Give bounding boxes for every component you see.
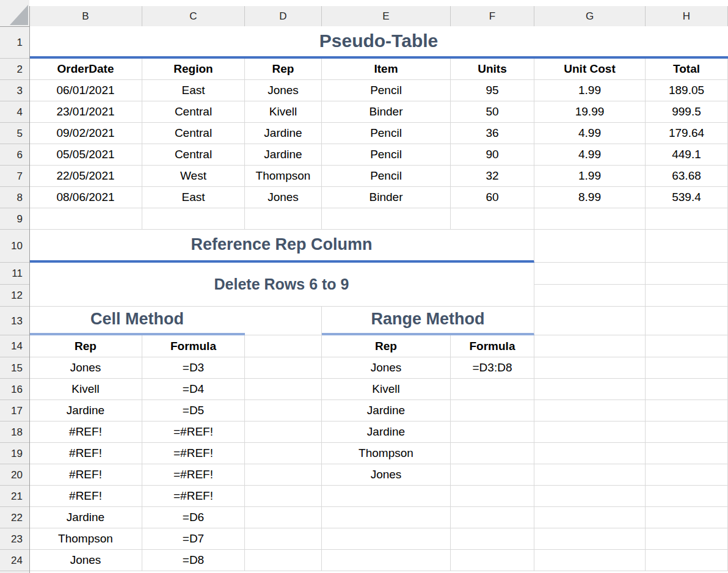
cell-F22[interactable] [451,507,534,528]
cell-G9[interactable] [534,208,646,230]
cell-E9[interactable] [322,208,451,230]
cell-E2[interactable]: Item [322,59,451,80]
merged-cell-cell-method-title[interactable]: Cell Method [29,307,245,335]
cell-H22[interactable] [646,507,728,528]
row-header-24[interactable]: 24 [0,550,29,571]
row-header-8[interactable]: 8 [0,187,29,208]
cell-F20[interactable] [451,464,534,486]
cell-G21[interactable] [534,486,646,507]
cell-B16[interactable]: Kivell [29,379,142,400]
cell-H3[interactable]: 189.05 [646,80,728,101]
cell-E23[interactable] [322,528,451,550]
cell-E14[interactable]: Rep [322,335,451,357]
cell-E24[interactable] [322,550,451,571]
cell-E7[interactable]: Pencil [322,166,451,187]
cell-B5[interactable]: 09/02/2021 [29,123,142,144]
cell-H2[interactable]: Total [646,59,728,80]
cell-B18[interactable]: #REF! [29,422,142,443]
cell-B6[interactable]: 05/05/2021 [29,144,142,166]
cell-H21[interactable] [646,486,728,507]
cell-F14[interactable]: Formula [451,335,534,357]
cell-F18[interactable] [451,422,534,443]
cell-H19[interactable] [646,443,728,464]
select-all-corner[interactable] [0,0,29,26]
cell-F9[interactable] [451,208,534,230]
merged-cell-delete-note[interactable]: Delete Rows 6 to 9 [29,263,534,307]
cell-C21[interactable]: =#REF! [142,486,245,507]
cell-D23[interactable] [245,528,322,550]
cell-G17[interactable] [534,400,646,422]
cell-B9[interactable] [29,208,142,230]
cell-E22[interactable] [322,507,451,528]
cell-C15[interactable]: =D3 [142,357,245,379]
cell-B24[interactable]: Jones [29,550,142,571]
cell-E8[interactable]: Binder [322,187,451,208]
column-header-D[interactable]: D [245,6,322,26]
cell-F5[interactable]: 36 [451,123,534,144]
column-header-B[interactable]: B [29,6,142,26]
column-header-G[interactable]: G [534,6,646,26]
cell-E6[interactable]: Pencil [322,144,451,166]
row-header-5[interactable]: 5 [0,123,29,144]
cell-G7[interactable]: 1.99 [534,166,646,187]
cell-H12[interactable] [646,285,728,307]
cell-C3[interactable]: East [142,80,245,101]
cell-H15[interactable] [646,357,728,379]
cell-C17[interactable]: =D5 [142,400,245,422]
cell-G11[interactable] [534,263,646,285]
row-header-21[interactable]: 21 [0,486,29,507]
row-header-12[interactable]: 12 [0,285,29,307]
row-header-19[interactable]: 19 [0,443,29,464]
cell-G4[interactable]: 19.99 [534,101,646,123]
cell-D20[interactable] [245,464,322,486]
cell-H9[interactable] [646,208,728,230]
cell-C8[interactable]: East [142,187,245,208]
cell-G8[interactable]: 8.99 [534,187,646,208]
cell-G6[interactable]: 4.99 [534,144,646,166]
cell-F19[interactable] [451,443,534,464]
cell-C24[interactable]: =D8 [142,550,245,571]
cell-D14[interactable] [245,335,322,357]
row-header-4[interactable]: 4 [0,101,29,123]
cell-G14[interactable] [534,335,646,357]
cell-G22[interactable] [534,507,646,528]
cell-G23[interactable] [534,528,646,550]
cell-D16[interactable] [245,379,322,400]
column-header-H[interactable]: H [646,6,728,26]
cell-D9[interactable] [245,208,322,230]
row-header-15[interactable]: 15 [0,357,29,379]
cell-C14[interactable]: Formula [142,335,245,357]
cell-B23[interactable]: Thompson [29,528,142,550]
cell-H5[interactable]: 179.64 [646,123,728,144]
column-header-E[interactable]: E [322,6,451,26]
cell-G12[interactable] [534,285,646,307]
row-header-2[interactable]: 2 [0,59,29,80]
column-header-C[interactable]: C [142,6,245,26]
cell-D13[interactable] [245,307,322,335]
cell-H17[interactable] [646,400,728,422]
cell-D2[interactable]: Rep [245,59,322,80]
cell-C5[interactable]: Central [142,123,245,144]
cell-B20[interactable]: #REF! [29,464,142,486]
cell-H20[interactable] [646,464,728,486]
cell-E18[interactable]: Jardine [322,422,451,443]
cell-C9[interactable] [142,208,245,230]
cell-G18[interactable] [534,422,646,443]
cell-E15[interactable]: Jones [322,357,451,379]
cell-H14[interactable] [646,335,728,357]
cell-E5[interactable]: Pencil [322,123,451,144]
cell-G3[interactable]: 1.99 [534,80,646,101]
cell-G16[interactable] [534,379,646,400]
row-header-14[interactable]: 14 [0,335,29,357]
row-header-10[interactable]: 10 [0,230,29,263]
cell-H11[interactable] [646,263,728,285]
cell-C20[interactable]: =#REF! [142,464,245,486]
row-header-22[interactable]: 22 [0,507,29,528]
cell-E21[interactable] [322,486,451,507]
cell-G2[interactable]: Unit Cost [534,59,646,80]
cell-H18[interactable] [646,422,728,443]
cell-H23[interactable] [646,528,728,550]
cell-H7[interactable]: 63.68 [646,166,728,187]
cell-H4[interactable]: 999.5 [646,101,728,123]
cell-G20[interactable] [534,464,646,486]
